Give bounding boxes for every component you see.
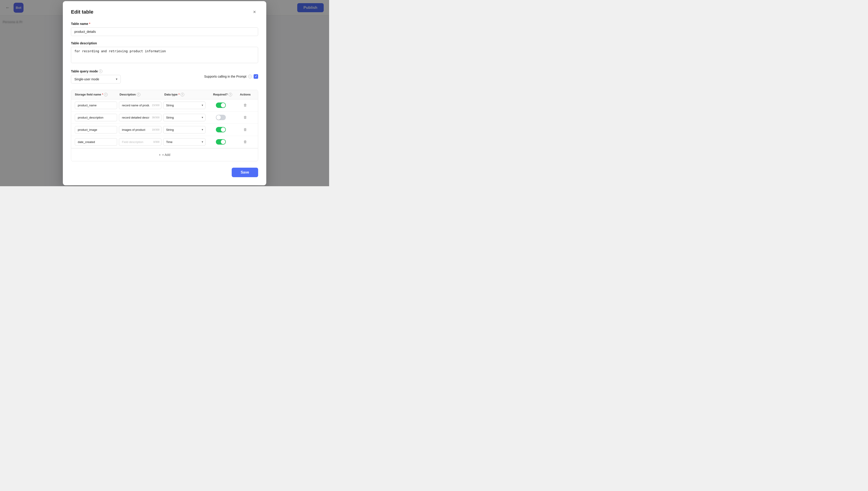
- row-4-name-cell: [75, 138, 117, 146]
- table-name-group: Table name *: [71, 22, 258, 36]
- row-3-required-toggle[interactable]: [216, 127, 226, 133]
- table-row: 18/300 String Number Boolean Time Array …: [71, 124, 258, 136]
- table-row: 38/300 String Number Boolean Time Array …: [71, 112, 258, 124]
- row-3-desc-input[interactable]: [119, 126, 161, 134]
- modal-header: Edit table ×: [71, 8, 258, 16]
- query-mode-label: Table query mode i: [71, 69, 121, 73]
- row-1-type-cell: String Number Boolean Time Array ▼: [163, 102, 206, 109]
- table-description-group: Table description for recording and retr…: [71, 41, 258, 64]
- header-description: Description i: [120, 93, 164, 96]
- add-label: + Add: [162, 153, 170, 156]
- table-name-input[interactable]: [71, 27, 258, 36]
- row-4-desc-input[interactable]: [119, 138, 161, 146]
- row-4-required-toggle[interactable]: [216, 139, 226, 145]
- row-2-type-cell: String Number Boolean Time Array ▼: [163, 114, 206, 121]
- row-1-desc-cell: 23/300: [119, 102, 161, 109]
- row-2-type-select[interactable]: String Number Boolean Time Array: [163, 114, 206, 121]
- supports-prompt-label: Supports calling in the Prompt: [204, 75, 246, 78]
- table-description-label: Table description: [71, 41, 258, 45]
- header-required-info-icon[interactable]: i: [228, 93, 232, 96]
- row-2-desc-input[interactable]: [119, 114, 161, 121]
- row-3-desc-cell: 18/300: [119, 126, 161, 134]
- table-name-label: Table name *: [71, 22, 258, 26]
- query-mode-select-wrapper: Single-user mode Multi-user mode ▼: [71, 75, 121, 84]
- row-1-type-select[interactable]: String Number Boolean Time Array: [163, 102, 206, 109]
- supports-prompt-checkbox[interactable]: [254, 74, 258, 79]
- row-4-type-select[interactable]: String Number Boolean Time Array: [163, 138, 206, 146]
- save-button[interactable]: Save: [232, 168, 258, 177]
- row-3-name-cell: [75, 126, 117, 134]
- row-4-required-cell: [207, 139, 235, 145]
- modal-title: Edit table: [71, 9, 93, 15]
- header-required: Required? i: [209, 93, 236, 96]
- table-row: 23/300 String Number Boolean Time Array …: [71, 99, 258, 112]
- modal-footer: Save: [71, 168, 258, 177]
- row-2-desc-cell: 38/300: [119, 114, 161, 121]
- row-1-name-input[interactable]: [75, 102, 117, 109]
- header-data-type-info-icon[interactable]: i: [181, 93, 184, 96]
- query-mode-select[interactable]: Single-user mode Multi-user mode: [71, 75, 121, 84]
- add-icon: +: [159, 153, 161, 156]
- row-3-toggle-knob: [221, 127, 225, 132]
- row-1-actions-cell: 🗑: [236, 102, 254, 109]
- table-description-textarea[interactable]: for recording and retrieving product inf…: [71, 47, 258, 63]
- row-4-actions-cell: 🗑: [236, 138, 254, 145]
- close-button[interactable]: ×: [251, 8, 258, 16]
- row-1-required-cell: [207, 103, 235, 108]
- row-4-type-cell: String Number Boolean Time Array ▼: [163, 138, 206, 146]
- supports-prompt-row: Supports calling in the Prompt i: [204, 74, 258, 79]
- row-4-desc-cell: 0/300: [119, 138, 161, 146]
- row-2-name-cell: [75, 114, 117, 121]
- row-2-required-toggle[interactable]: [216, 115, 226, 120]
- fields-table: Storage field name * i Description i Dat…: [71, 90, 258, 161]
- header-data-type: Data type * i: [164, 93, 209, 96]
- header-storage-field-name: Storage field name * i: [75, 93, 120, 96]
- row-1-name-cell: [75, 102, 117, 109]
- required-star: *: [89, 22, 90, 26]
- row-3-name-input[interactable]: [75, 126, 117, 134]
- row-1-required-toggle[interactable]: [216, 103, 226, 108]
- row-4-delete-button[interactable]: 🗑: [242, 138, 249, 145]
- header-description-info-icon[interactable]: i: [137, 93, 141, 96]
- header-storage-info-icon[interactable]: i: [104, 93, 107, 96]
- row-3-required-cell: [207, 127, 235, 133]
- row-3-actions-cell: 🗑: [236, 126, 254, 133]
- edit-table-modal: Edit table × Table name * Table descript…: [63, 1, 266, 185]
- row-1-toggle-knob: [221, 103, 225, 108]
- row-2-actions-cell: 🗑: [236, 114, 254, 121]
- row-1-desc-input[interactable]: [119, 102, 161, 109]
- query-mode-row: Table query mode i Single-user mode Mult…: [71, 69, 258, 84]
- add-row-container: + + Add: [71, 148, 258, 161]
- query-mode-info-icon[interactable]: i: [99, 69, 102, 73]
- row-2-name-input[interactable]: [75, 114, 117, 121]
- row-3-type-cell: String Number Boolean Time Array ▼: [163, 126, 206, 134]
- modal-overlay: Edit table × Table name * Table descript…: [0, 0, 329, 186]
- header-actions: Actions: [236, 93, 254, 96]
- row-2-toggle-knob: [216, 115, 221, 120]
- row-1-delete-button[interactable]: 🗑: [242, 102, 249, 109]
- table-header-row: Storage field name * i Description i Dat…: [71, 90, 258, 99]
- row-4-toggle-knob: [221, 140, 225, 144]
- row-3-delete-button[interactable]: 🗑: [242, 126, 249, 133]
- row-3-type-select[interactable]: String Number Boolean Time Array: [163, 126, 206, 134]
- row-2-required-cell: [207, 115, 235, 120]
- add-field-button[interactable]: + + Add: [156, 152, 173, 158]
- row-2-delete-button[interactable]: 🗑: [242, 114, 249, 121]
- query-mode-left: Table query mode i Single-user mode Mult…: [71, 69, 121, 84]
- table-row: 0/300 String Number Boolean Time Array ▼: [71, 136, 258, 148]
- supports-prompt-info-icon[interactable]: i: [248, 75, 252, 78]
- row-4-name-input[interactable]: [75, 138, 117, 146]
